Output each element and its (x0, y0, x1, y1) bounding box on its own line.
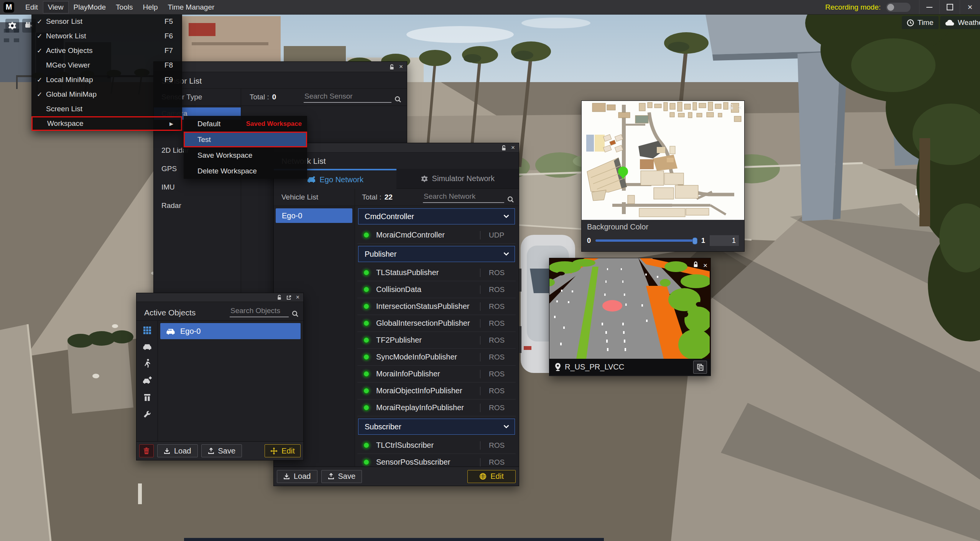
menu-item-screen-list[interactable]: Screen List (31, 102, 182, 116)
close-icon[interactable]: × (703, 261, 707, 270)
menu-time-manager[interactable]: Time Manager (163, 1, 220, 13)
close-icon[interactable]: × (296, 294, 299, 301)
menu-item-local-minimap[interactable]: ✓ Local MiniMap F9 (31, 73, 182, 87)
network-row[interactable]: MoraiCmdController UDP (357, 227, 516, 244)
wrench-icon[interactable] (143, 410, 151, 419)
close-icon[interactable]: × (511, 144, 515, 152)
global-minimap-view[interactable]: × (582, 101, 744, 220)
sensor-search-input[interactable] (304, 91, 391, 103)
unlock-icon[interactable] (728, 104, 734, 112)
network-row[interactable]: TLStatusPublisherROS (357, 264, 516, 281)
menu-item-mgeo-viewer[interactable]: MGeo Viewer F8 (31, 58, 182, 73)
unlock-icon[interactable] (389, 64, 395, 70)
move-arrows-icon (270, 447, 278, 455)
network-row[interactable]: MoraiInfoPublisherROS (357, 366, 516, 383)
network-row[interactable]: SensorPosSubscriberROS (357, 454, 516, 467)
grid-icon[interactable] (143, 326, 151, 335)
menu-item-shortcut: F6 (164, 32, 182, 40)
delete-button[interactable] (139, 444, 154, 457)
weather-button[interactable]: Weather (940, 16, 980, 29)
menu-item-active-objects[interactable]: ✓ Active Objects F7 (31, 43, 182, 58)
network-row[interactable]: MoraiReplayInfoPublisherROS (357, 399, 516, 416)
menu-tools[interactable]: Tools (111, 1, 138, 13)
save-button[interactable]: Save (321, 470, 362, 483)
menu-playmode[interactable]: PlayMode (69, 1, 111, 13)
minimize-button[interactable] (919, 0, 939, 14)
cmdcontroller-dropdown[interactable]: CmdController (358, 208, 515, 224)
protocol-label: ROS (480, 336, 516, 345)
title-bar: M Edit View PlayMode Tools Help Time Man… (0, 0, 980, 15)
status-dot-icon (363, 336, 370, 344)
submenu-item-save-workspace[interactable]: Save Workspace (184, 147, 307, 163)
network-row[interactable]: TLCtrlSubscriberROS (357, 437, 516, 454)
vehicle-row-ego-0[interactable]: Ego-0 (276, 208, 352, 223)
local-minimap-view[interactable]: × (549, 258, 710, 359)
unlock-icon[interactable] (501, 145, 506, 151)
network-row[interactable]: TF2PublisherROS (357, 332, 516, 349)
pedestrian-icon[interactable] (143, 359, 151, 368)
network-row[interactable]: IntersectionStatusPublisherROS (357, 298, 516, 315)
active-objects-list: Ego-0 (158, 321, 303, 441)
map-name-label: R_US_PR_LVCC (565, 363, 624, 371)
status-dot-icon (363, 442, 370, 449)
menu-view[interactable]: View (43, 1, 69, 13)
car-icon[interactable] (142, 343, 152, 350)
network-search-input[interactable] (423, 191, 504, 203)
menu-help[interactable]: Help (138, 1, 163, 13)
sensor-type-imu[interactable]: IMU (154, 181, 241, 193)
recording-mode-toggle[interactable] (886, 3, 911, 12)
copy-button[interactable] (693, 361, 707, 374)
network-row[interactable]: SyncModeInfoPublisherROS (357, 349, 516, 366)
submenu-item-delete-workspace[interactable]: Delete Workspace (184, 163, 307, 179)
sensor-type-radar[interactable]: Radar (154, 200, 241, 212)
time-button[interactable]: Time (902, 16, 939, 29)
maximize-button[interactable] (939, 0, 960, 14)
edit-button[interactable]: Edit (467, 470, 516, 483)
settings-button[interactable] (5, 19, 19, 33)
network-row[interactable]: MoraiObjectInfoPublisherROS (357, 383, 516, 399)
search-icon[interactable] (292, 310, 299, 317)
vehicle-settings-icon[interactable] (142, 376, 152, 385)
network-item-list: CmdController MoraiCmdController UDP Pub… (355, 206, 519, 467)
popout-icon[interactable] (286, 295, 291, 300)
obstacle-box-icon[interactable] (143, 393, 151, 402)
search-icon[interactable] (507, 196, 514, 203)
menu-edit[interactable]: Edit (20, 1, 43, 13)
submenu-item-test[interactable]: Test (184, 132, 307, 147)
objects-search-input[interactable] (230, 306, 289, 317)
subscriber-dropdown[interactable]: Subscriber (358, 419, 515, 435)
unlock-icon[interactable] (277, 295, 282, 300)
tab-simulator-network[interactable]: Simulator Network (396, 169, 519, 189)
close-icon[interactable]: × (399, 63, 403, 71)
slider-knob[interactable] (692, 238, 697, 244)
workspace-submenu: Default Saved Workspace Test Save Worksp… (184, 116, 307, 179)
network-row[interactable]: GlobalIntersectionPublisherROS (357, 315, 516, 332)
background-color-slider[interactable] (595, 239, 697, 242)
save-button[interactable]: Save (201, 444, 242, 457)
active-objects-title: Active Objects (144, 308, 196, 317)
menu-item-sensor-list[interactable]: ✓ Sensor List F5 (31, 14, 182, 29)
load-button[interactable]: Load (277, 470, 317, 483)
object-row-ego-0[interactable]: Ego-0 (160, 323, 301, 339)
protocol-label: ROS (480, 387, 516, 395)
network-item-name: TLCtrlSubscriber (376, 441, 477, 450)
load-button[interactable]: Load (157, 444, 198, 457)
submenu-item-default[interactable]: Default Saved Workspace (184, 116, 307, 132)
background-color-value[interactable] (710, 235, 739, 246)
lock-icon[interactable] (693, 261, 699, 270)
status-dot-icon (363, 404, 370, 411)
menu-item-global-minimap[interactable]: ✓ Global MiniMap (31, 87, 182, 102)
menu-item-shortcut: F8 (164, 61, 182, 69)
network-total-label: Total : (362, 193, 381, 201)
network-row[interactable]: CollisionDataROS (357, 281, 516, 298)
menu-item-network-list[interactable]: ✓ Network List F6 (31, 29, 182, 43)
check-icon: ✓ (37, 47, 46, 55)
close-icon[interactable]: × (738, 104, 742, 112)
menu-item-workspace[interactable]: Workspace ▶ (31, 116, 182, 131)
publisher-dropdown[interactable]: Publisher (358, 246, 515, 262)
chevron-down-icon (503, 252, 509, 256)
search-icon[interactable] (395, 96, 401, 103)
edit-button[interactable]: Edit (265, 444, 301, 457)
close-button[interactable]: × (960, 0, 980, 14)
protocol-label: UDP (480, 231, 516, 239)
